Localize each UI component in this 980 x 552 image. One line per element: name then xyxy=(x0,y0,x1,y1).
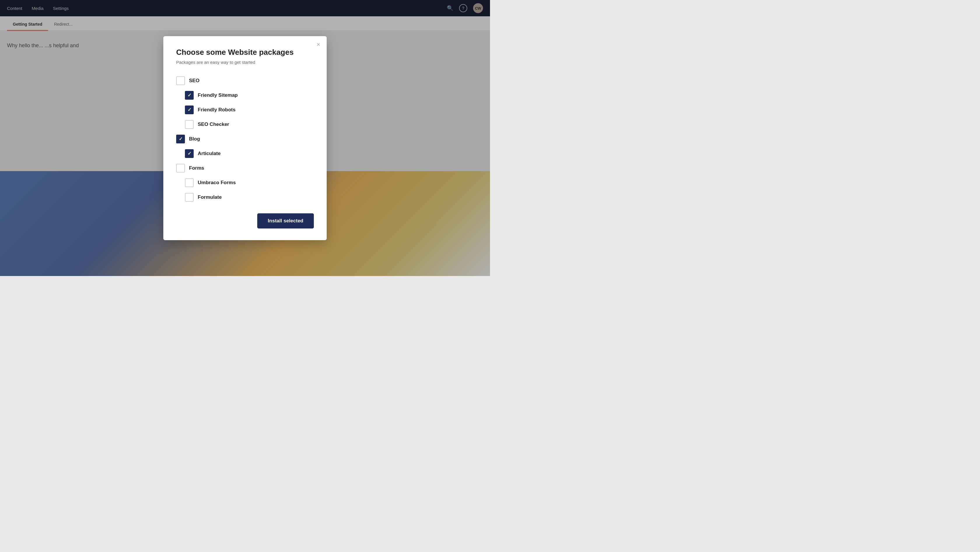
package-item-umbraco-forms[interactable]: Umbraco Forms xyxy=(176,176,314,190)
install-selected-button[interactable]: Install selected xyxy=(257,213,314,228)
checkbox-friendly-robots[interactable] xyxy=(185,106,194,114)
package-list: SEO Friendly Sitemap Friendly Robots SEO… xyxy=(176,73,314,205)
checkbox-blog[interactable] xyxy=(176,135,185,143)
modal-close-button[interactable]: × xyxy=(317,41,320,48)
checkbox-formulate[interactable] xyxy=(185,193,194,202)
package-label-seo: SEO xyxy=(189,78,199,84)
checkbox-friendly-sitemap[interactable] xyxy=(185,91,194,100)
package-label-friendly-robots: Friendly Robots xyxy=(198,107,235,113)
modal-title: Choose some Website packages xyxy=(176,48,314,57)
package-item-articulate[interactable]: Articulate xyxy=(176,146,314,161)
modal-subtitle: Packages are an easy way to get started xyxy=(176,60,314,65)
package-label-forms: Forms xyxy=(189,165,204,171)
package-item-forms[interactable]: Forms xyxy=(176,161,314,176)
package-item-friendly-robots[interactable]: Friendly Robots xyxy=(176,103,314,117)
modal-footer: Install selected xyxy=(176,213,314,228)
checkbox-seo-checker[interactable] xyxy=(185,120,194,129)
package-item-friendly-sitemap[interactable]: Friendly Sitemap xyxy=(176,88,314,103)
package-item-formulate[interactable]: Formulate xyxy=(176,190,314,205)
package-item-blog[interactable]: Blog xyxy=(176,132,314,146)
package-item-seo-checker[interactable]: SEO Checker xyxy=(176,117,314,132)
package-label-articulate: Articulate xyxy=(198,151,221,157)
package-label-formulate: Formulate xyxy=(198,194,222,200)
checkbox-forms[interactable] xyxy=(176,164,185,173)
checkbox-seo[interactable] xyxy=(176,76,185,85)
package-label-blog: Blog xyxy=(189,136,200,142)
modal-overlay: × Choose some Website packages Packages … xyxy=(0,0,490,276)
checkbox-articulate[interactable] xyxy=(185,149,194,158)
package-label-friendly-sitemap: Friendly Sitemap xyxy=(198,92,238,98)
modal-dialog: × Choose some Website packages Packages … xyxy=(163,36,327,240)
checkbox-umbraco-forms[interactable] xyxy=(185,178,194,187)
package-label-seo-checker: SEO Checker xyxy=(198,122,229,127)
package-item-seo[interactable]: SEO xyxy=(176,73,314,88)
package-label-umbraco-forms: Umbraco Forms xyxy=(198,180,235,186)
